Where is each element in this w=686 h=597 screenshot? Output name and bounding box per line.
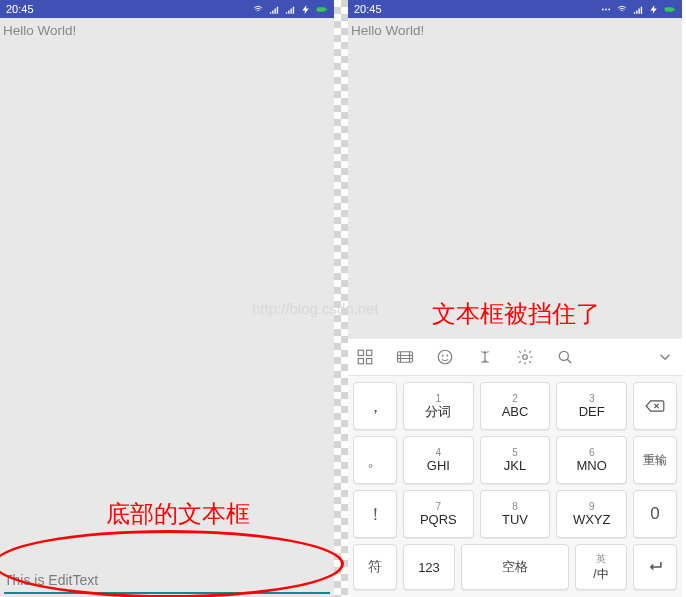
ime-keyboard: ， 1分词 2ABC 3DEF 。 4GHI 5JKL 6MNO 重输 ！ (348, 339, 682, 597)
divider-checker (334, 0, 348, 597)
svg-rect-10 (367, 359, 372, 364)
svg-rect-7 (358, 350, 363, 355)
svg-point-15 (523, 355, 528, 360)
apps-icon[interactable] (356, 348, 374, 366)
keyboard-layout-icon[interactable] (396, 348, 414, 366)
key-space[interactable]: 空格 (461, 544, 569, 590)
search-icon[interactable] (556, 348, 574, 366)
ime-key-grid: ， 1分词 2ABC 3DEF 。 4GHI 5JKL 6MNO 重输 ！ (348, 376, 682, 597)
battery-icon (316, 4, 328, 15)
key-3[interactable]: 3DEF (556, 382, 627, 430)
signal-icon-2 (284, 4, 296, 15)
wifi-icon (616, 4, 628, 15)
status-time: 20:45 (354, 3, 382, 15)
hello-text: Hello World! (351, 23, 424, 38)
svg-point-14 (447, 355, 448, 356)
key-retype[interactable]: 重输 (633, 436, 677, 484)
key-enter[interactable] (633, 544, 677, 590)
status-time: 20:45 (6, 3, 34, 15)
key-numeric[interactable]: 123 (403, 544, 455, 590)
signal-icon (632, 4, 644, 15)
svg-point-13 (442, 355, 443, 356)
svg-point-2 (602, 8, 604, 10)
key-language[interactable]: 英 /中 (575, 544, 627, 590)
key-7[interactable]: 7PQRS (403, 490, 474, 538)
phone-left: 20:45 Hello World! (0, 0, 334, 597)
status-icons (600, 4, 676, 15)
phone-right: 20:45 Hello World! (348, 0, 682, 597)
svg-rect-11 (398, 352, 413, 363)
key-8[interactable]: 8TUV (480, 490, 551, 538)
status-bar: 20:45 (0, 0, 334, 18)
edit-text-wrap (0, 568, 334, 597)
svg-rect-6 (674, 8, 675, 10)
key-0[interactable]: 0 (633, 490, 677, 538)
key-exclaim[interactable]: ！ (353, 490, 397, 538)
emoji-icon[interactable] (436, 348, 454, 366)
svg-rect-0 (316, 7, 325, 11)
collapse-keyboard-icon[interactable] (656, 348, 674, 366)
wifi-icon (252, 4, 264, 15)
svg-point-3 (605, 8, 607, 10)
svg-rect-1 (326, 8, 327, 10)
edit-text-input[interactable] (4, 568, 330, 594)
svg-rect-5 (664, 7, 673, 11)
key-symbols[interactable]: 符 (353, 544, 397, 590)
svg-point-16 (559, 351, 568, 360)
cursor-icon[interactable] (476, 348, 494, 366)
svg-rect-9 (358, 359, 363, 364)
status-bar: 20:45 (348, 0, 682, 18)
ime-toolbar (348, 339, 682, 376)
status-icons (252, 4, 328, 15)
key-backspace[interactable] (633, 382, 677, 430)
battery-icon (664, 4, 676, 15)
hello-text: Hello World! (3, 23, 76, 38)
more-icon (600, 4, 612, 15)
svg-rect-8 (367, 350, 372, 355)
key-period[interactable]: 。 (353, 436, 397, 484)
svg-point-12 (438, 350, 452, 364)
key-comma[interactable]: ， (353, 382, 397, 430)
bolt-icon (648, 4, 660, 15)
key-1[interactable]: 1分词 (403, 382, 474, 430)
key-2[interactable]: 2ABC (480, 382, 551, 430)
signal-icon (268, 4, 280, 15)
key-5[interactable]: 5JKL (480, 436, 551, 484)
key-6[interactable]: 6MNO (556, 436, 627, 484)
svg-point-4 (608, 8, 610, 10)
key-4[interactable]: 4GHI (403, 436, 474, 484)
bolt-icon (300, 4, 312, 15)
settings-icon[interactable] (516, 348, 534, 366)
key-9[interactable]: 9WXYZ (556, 490, 627, 538)
